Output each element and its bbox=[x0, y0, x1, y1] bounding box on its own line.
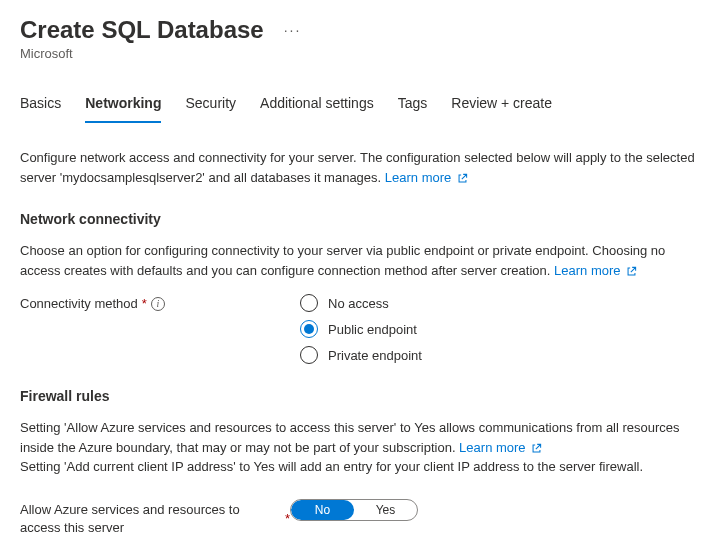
radio-no-access[interactable]: No access bbox=[300, 294, 422, 312]
network-connectivity-desc: Choose an option for configuring connect… bbox=[20, 241, 702, 280]
intro-learn-more-link[interactable]: Learn more bbox=[385, 170, 468, 185]
tab-review-create[interactable]: Review + create bbox=[451, 95, 552, 123]
publisher-label: Microsoft bbox=[20, 46, 702, 61]
more-actions-button[interactable]: ··· bbox=[284, 22, 302, 38]
page-title: Create SQL Database bbox=[20, 16, 264, 44]
allow-azure-no[interactable]: No bbox=[291, 500, 354, 520]
tab-networking[interactable]: Networking bbox=[85, 95, 161, 123]
connectivity-method-row: Connectivity method * i No access Public… bbox=[20, 294, 702, 364]
allow-azure-label: Allow Azure services and resources to ac… bbox=[20, 499, 290, 537]
connectivity-method-radio-group: No access Public endpoint Private endpoi… bbox=[300, 294, 422, 364]
network-connectivity-heading: Network connectivity bbox=[20, 211, 702, 227]
intro-body: Configure network access and connectivit… bbox=[20, 150, 695, 185]
intro-text: Configure network access and connectivit… bbox=[20, 148, 702, 187]
allow-azure-yes[interactable]: Yes bbox=[354, 500, 417, 520]
allow-azure-row: Allow Azure services and resources to ac… bbox=[20, 499, 702, 537]
radio-label-no-access: No access bbox=[328, 296, 389, 311]
external-link-icon bbox=[457, 173, 468, 184]
radio-label-private: Private endpoint bbox=[328, 348, 422, 363]
firewall-learn-more-link[interactable]: Learn more bbox=[459, 440, 542, 455]
radio-label-public: Public endpoint bbox=[328, 322, 417, 337]
info-icon[interactable]: i bbox=[151, 297, 165, 311]
external-link-icon bbox=[531, 443, 542, 454]
connectivity-learn-more-link[interactable]: Learn more bbox=[554, 263, 637, 278]
required-marker: * bbox=[142, 296, 147, 311]
firewall-rules-desc: Setting 'Allow Azure services and resour… bbox=[20, 418, 702, 477]
tab-additional-settings[interactable]: Additional settings bbox=[260, 95, 374, 123]
tab-tags[interactable]: Tags bbox=[398, 95, 428, 123]
radio-private-endpoint[interactable]: Private endpoint bbox=[300, 346, 422, 364]
connectivity-method-label: Connectivity method * i bbox=[20, 294, 300, 311]
tab-security[interactable]: Security bbox=[185, 95, 236, 123]
firewall-rules-heading: Firewall rules bbox=[20, 388, 702, 404]
tabs-bar: Basics Networking Security Additional se… bbox=[20, 95, 702, 124]
required-marker: * bbox=[285, 510, 290, 528]
allow-azure-toggle[interactable]: No Yes bbox=[290, 499, 418, 521]
tab-basics[interactable]: Basics bbox=[20, 95, 61, 123]
external-link-icon bbox=[626, 266, 637, 277]
radio-public-endpoint[interactable]: Public endpoint bbox=[300, 320, 422, 338]
